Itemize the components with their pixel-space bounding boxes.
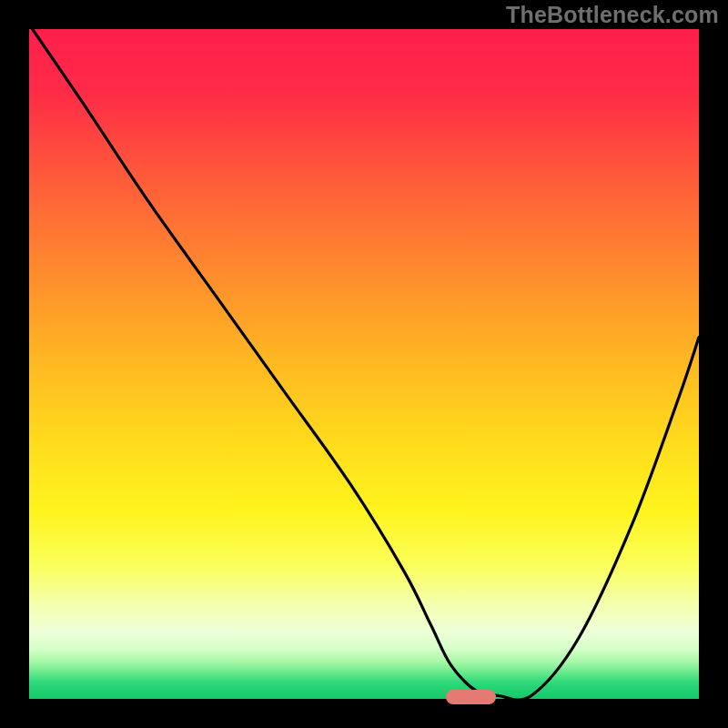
plot-area xyxy=(29,29,699,699)
optimum-marker xyxy=(446,690,496,704)
watermark-text: TheBottleneck.com xyxy=(506,2,719,28)
bottleneck-curve xyxy=(29,29,699,699)
stage: TheBottleneck.com xyxy=(0,0,728,728)
